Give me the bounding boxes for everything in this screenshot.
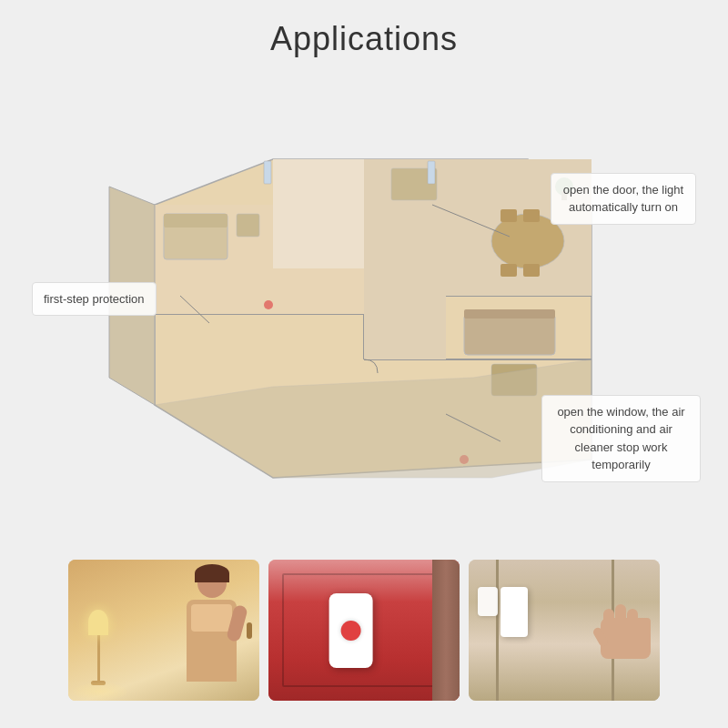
bottom-images-row: [0, 560, 728, 728]
callout-left: first-step protection: [32, 282, 157, 317]
svg-marker-8: [273, 159, 364, 268]
svg-rect-20: [523, 209, 540, 222]
svg-rect-26: [428, 161, 435, 184]
thumbnail-window-sensor: [469, 560, 660, 701]
svg-rect-15: [464, 314, 555, 355]
svg-rect-22: [523, 264, 540, 277]
svg-rect-13: [237, 214, 259, 237]
main-section: open the door, the light automatically t…: [0, 67, 728, 560]
callout-top-right: open the door, the light automatically t…: [551, 173, 696, 225]
thumbnail-door-sensor: [268, 560, 460, 701]
svg-rect-21: [500, 264, 517, 277]
svg-rect-25: [264, 161, 271, 184]
svg-rect-12: [164, 214, 228, 228]
page-container: Applications: [0, 0, 728, 728]
thumbnail-person-lamp: [68, 560, 259, 701]
callout-bottom-right: open the window, the air conditioning an…: [541, 395, 701, 482]
page-title: Applications: [270, 20, 458, 58]
svg-rect-19: [500, 209, 517, 222]
svg-point-28: [264, 300, 273, 309]
svg-rect-16: [464, 309, 555, 318]
